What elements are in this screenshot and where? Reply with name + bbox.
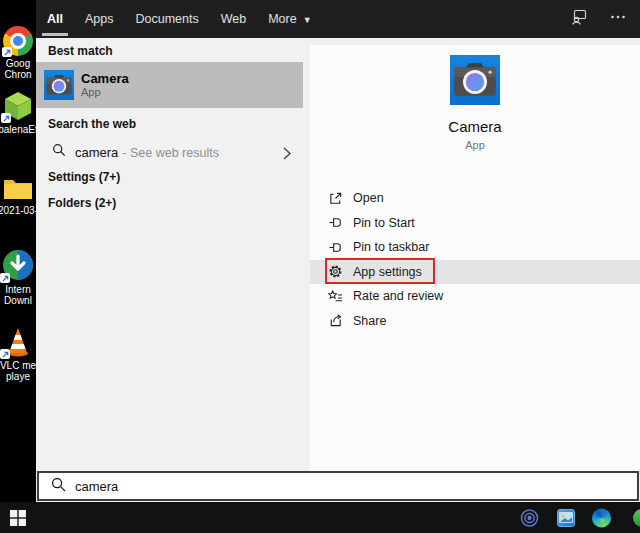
gear-icon: [328, 264, 343, 279]
tab-label: Documents: [135, 12, 198, 26]
action-pin-to-taskbar[interactable]: Pin to taskbar: [310, 235, 640, 260]
action-open[interactable]: Open: [310, 186, 640, 211]
action-pin-to-start[interactable]: Pin to Start: [310, 211, 640, 236]
start-button[interactable]: [10, 510, 26, 526]
best-match-text: Camera App: [81, 71, 129, 99]
desktop-icon-label: 2021-03-: [0, 205, 36, 216]
action-label: Rate and review: [353, 289, 443, 303]
search-window: All Apps Documents Web More▼: [36, 0, 640, 502]
app-actions-list: Open Pin to Start Pin to taskbar: [310, 186, 640, 333]
web-result-camera[interactable]: camera- See web results: [36, 138, 303, 166]
camera-app-icon: [44, 70, 74, 100]
action-app-settings[interactable]: App settings: [310, 260, 640, 285]
edge-icon[interactable]: [592, 508, 611, 527]
desktop-icon-folder[interactable]: 2021-03-: [0, 175, 36, 216]
search-input[interactable]: [75, 479, 555, 494]
search-icon: [51, 477, 66, 496]
tab-all[interactable]: All: [36, 0, 74, 38]
desktop-icon-idm[interactable]: InternDownl: [0, 248, 36, 306]
hidden-app-icon[interactable]: [633, 509, 640, 527]
pin-icon: [328, 240, 343, 255]
chrome-icon: [3, 26, 33, 56]
photos-app-icon[interactable]: [557, 509, 575, 527]
app-title: Camera: [310, 118, 640, 135]
shortcut-arrow-icon: [2, 47, 12, 57]
web-suffix: - See web results: [122, 146, 219, 160]
tab-more[interactable]: More▼: [257, 0, 322, 38]
chevron-down-icon: ▼: [303, 15, 312, 25]
results-panel: Best match: [36, 38, 303, 471]
search-icon: [52, 143, 66, 161]
desktop-icon-label: InternDownl: [0, 284, 36, 306]
search-filter-bar: All Apps Documents Web More▼: [36, 0, 640, 38]
action-label: Open: [353, 191, 384, 205]
connect-icon[interactable]: [520, 508, 539, 527]
tab-apps[interactable]: Apps: [74, 0, 125, 38]
shortcut-arrow-icon: [1, 113, 11, 123]
tab-label: Web: [221, 12, 246, 26]
open-icon: [328, 191, 343, 206]
best-match-title: Camera: [81, 71, 129, 86]
desktop-icon-label: balenaEt: [0, 124, 36, 135]
search-results-area: Best match: [36, 38, 640, 471]
action-label: Share: [353, 314, 386, 328]
web-query: camera: [75, 145, 118, 160]
search-bar[interactable]: [37, 471, 639, 501]
balena-etcher-icon: [2, 90, 34, 122]
action-label: Pin to taskbar: [353, 240, 429, 254]
desktop-icon-vlc[interactable]: VLC meplaye: [0, 326, 36, 382]
idm-icon: [1, 248, 35, 282]
camera-app-icon-large: [450, 55, 500, 105]
action-label: App settings: [353, 265, 422, 279]
best-match-header: Best match: [48, 44, 113, 58]
windows-desktop: GoogChron balenaEt: [0, 0, 640, 533]
pin-icon: [328, 215, 343, 230]
app-subtitle: App: [310, 139, 640, 151]
action-share[interactable]: Share: [310, 309, 640, 334]
tab-web[interactable]: Web: [210, 0, 257, 38]
settings-group-header[interactable]: Settings (7+): [48, 170, 120, 184]
chevron-right-icon[interactable]: [283, 146, 291, 164]
tab-label: All: [47, 12, 63, 26]
vlc-icon: [1, 326, 35, 358]
tab-label: More: [268, 12, 296, 26]
desktop-icon-label: GoogChron: [0, 58, 36, 80]
search-web-header: Search the web: [48, 117, 136, 131]
feedback-icon[interactable]: [570, 8, 588, 30]
taskbar: [0, 502, 640, 533]
rate-icon: [328, 289, 343, 304]
tab-label: Apps: [85, 12, 114, 26]
preview-panel: Camera App Open Pin to Start: [310, 45, 640, 471]
best-match-subtitle: App: [81, 86, 129, 99]
desktop-icon-balena-etcher[interactable]: balenaEt: [0, 90, 36, 135]
folder-icon: [2, 175, 34, 203]
shortcut-arrow-icon: [0, 273, 10, 283]
tab-documents[interactable]: Documents: [124, 0, 209, 38]
desktop: GoogChron balenaEt: [0, 0, 36, 502]
action-label: Pin to Start: [353, 216, 415, 230]
action-rate-and-review[interactable]: Rate and review: [310, 284, 640, 309]
folders-group-header[interactable]: Folders (2+): [48, 196, 116, 210]
ellipsis-icon[interactable]: [610, 9, 626, 29]
selected-tab-underline: [42, 33, 68, 36]
best-match-result-camera[interactable]: Camera App: [36, 62, 303, 108]
shortcut-arrow-icon: [0, 349, 10, 359]
share-icon: [328, 313, 343, 328]
app-header: Camera App: [310, 45, 640, 151]
web-result-text: camera- See web results: [75, 145, 219, 160]
desktop-icon-google-chrome[interactable]: GoogChron: [0, 26, 36, 80]
desktop-icon-label: VLC meplaye: [0, 360, 36, 382]
